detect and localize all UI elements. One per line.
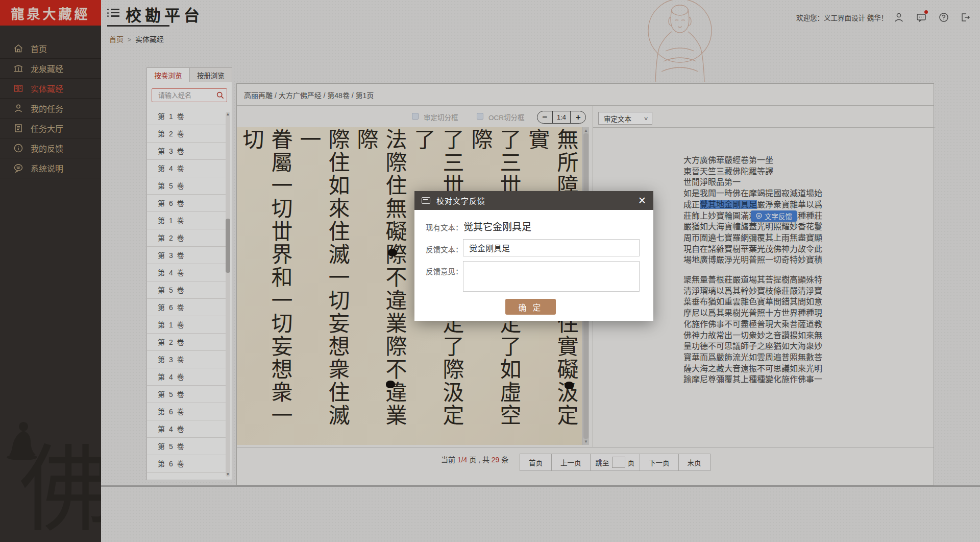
modal-header[interactable]: 校对文字反馈 ✕ xyxy=(414,191,653,210)
feedback-opinion-label: 反馈意见： xyxy=(426,266,463,276)
dialog-icon xyxy=(422,197,430,204)
close-icon[interactable]: ✕ xyxy=(638,196,646,205)
existing-text-value: 觉其它金刚具足 xyxy=(463,219,531,233)
existing-text-label: 现有文本： xyxy=(426,222,463,232)
confirm-button[interactable]: 确 定 xyxy=(505,299,556,315)
feedback-text-input[interactable] xyxy=(463,239,640,256)
collation-platform-page: 校勘平台 首页>实体藏经 欢迎您：义工界面设计 魏华！ 龍泉大藏經 首页龙泉藏经… xyxy=(0,0,980,542)
modal-title: 校对文字反馈 xyxy=(436,195,485,206)
feedback-modal: 校对文字反馈 ✕ 现有文本： 觉其它金刚具足 反馈文本： 反馈意见： 确 定 xyxy=(414,191,653,321)
feedback-text-label: 反馈文本： xyxy=(426,244,463,254)
feedback-opinion-textarea[interactable] xyxy=(463,261,640,292)
